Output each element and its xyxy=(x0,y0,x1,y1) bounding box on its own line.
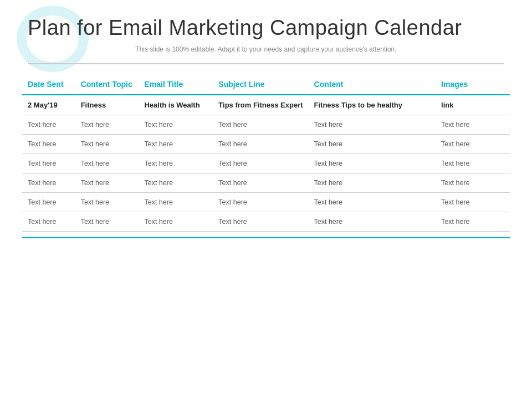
slide-subtitle: This slide is 100% editable. Adapt it to… xyxy=(28,45,504,53)
cell-content: Text here xyxy=(309,115,436,134)
cell-topic: Text here xyxy=(75,173,139,192)
cell-images: Text here xyxy=(436,154,510,173)
cell-content: Text here xyxy=(309,154,436,173)
cell-date: Text here xyxy=(22,115,75,134)
cell-subject-1: Tips from Fitness Expert xyxy=(213,95,308,115)
content-section: Date Sent Content Topic Email Title Subj… xyxy=(0,64,532,237)
cell-email: Text here xyxy=(139,115,213,134)
cell-images: Text here xyxy=(436,212,510,231)
header-divider xyxy=(28,63,504,64)
table-header-row: Date Sent Content Topic Email Title Subj… xyxy=(22,75,510,95)
header-content-topic: Content Topic xyxy=(75,75,139,95)
cell-date-1: 2 May'19 xyxy=(22,95,75,115)
cell-subject: Text here xyxy=(213,192,308,212)
cell-date: Text here xyxy=(22,192,75,212)
header-content: Content xyxy=(309,75,436,95)
cell-topic: Text here xyxy=(75,134,139,154)
cell-email: Text here xyxy=(139,212,213,231)
table-row: Text here Text here Text here Text here … xyxy=(22,192,510,212)
cell-images: Text here xyxy=(436,134,510,154)
cell-subject: Text here xyxy=(213,154,308,173)
cell-topic: Text here xyxy=(75,115,139,134)
header-images: Images xyxy=(436,75,510,95)
cell-images: Text here xyxy=(436,173,510,192)
campaign-table: Date Sent Content Topic Email Title Subj… xyxy=(22,75,510,232)
cell-subject: Text here xyxy=(213,134,308,154)
cell-date: Text here xyxy=(22,154,75,173)
header-email-title: Email Title xyxy=(139,75,213,95)
cell-topic-1: Fitness xyxy=(75,95,139,115)
slide-title: Plan for Email Marketing Campaign Calend… xyxy=(28,16,504,41)
cell-topic: Text here xyxy=(75,212,139,231)
cell-images: Text here xyxy=(436,192,510,212)
cell-email: Text here xyxy=(139,134,213,154)
table-row: Text here Text here Text here Text here … xyxy=(22,212,510,231)
cell-topic: Text here xyxy=(75,154,139,173)
cell-topic: Text here xyxy=(75,192,139,212)
cell-date: Text here xyxy=(22,173,75,192)
cell-content: Text here xyxy=(309,192,436,212)
table-row: Text here Text here Text here Text here … xyxy=(22,115,510,134)
cell-email-1: Health is Wealth xyxy=(139,95,213,115)
table-row: Text here Text here Text here Text here … xyxy=(22,173,510,192)
cell-subject: Text here xyxy=(213,115,308,134)
bottom-divider xyxy=(22,237,510,238)
cell-email: Text here xyxy=(139,173,213,192)
cell-subject: Text here xyxy=(213,173,308,192)
cell-date: Text here xyxy=(22,134,75,154)
slide-container: Plan for Email Marketing Campaign Calend… xyxy=(0,0,532,399)
header-subject-line: Subject Line xyxy=(213,75,308,95)
cell-content: Text here xyxy=(309,173,436,192)
header-date-sent: Date Sent xyxy=(22,75,75,95)
cell-email: Text here xyxy=(139,192,213,212)
cell-content-1: Fitness Tips to be healthy xyxy=(309,95,436,115)
header-section: Plan for Email Marketing Campaign Calend… xyxy=(0,0,532,64)
cell-images-1: link xyxy=(436,95,510,115)
cell-date: Text here xyxy=(22,212,75,231)
table-row-first: 2 May'19 Fitness Health is Wealth Tips f… xyxy=(22,95,510,115)
cell-subject: Text here xyxy=(213,212,308,231)
table-row: Text here Text here Text here Text here … xyxy=(22,154,510,173)
cell-email: Text here xyxy=(139,154,213,173)
table-row: Text here Text here Text here Text here … xyxy=(22,134,510,154)
cell-content: Text here xyxy=(309,134,436,154)
cell-content: Text here xyxy=(309,212,436,231)
cell-images: Text here xyxy=(436,115,510,134)
